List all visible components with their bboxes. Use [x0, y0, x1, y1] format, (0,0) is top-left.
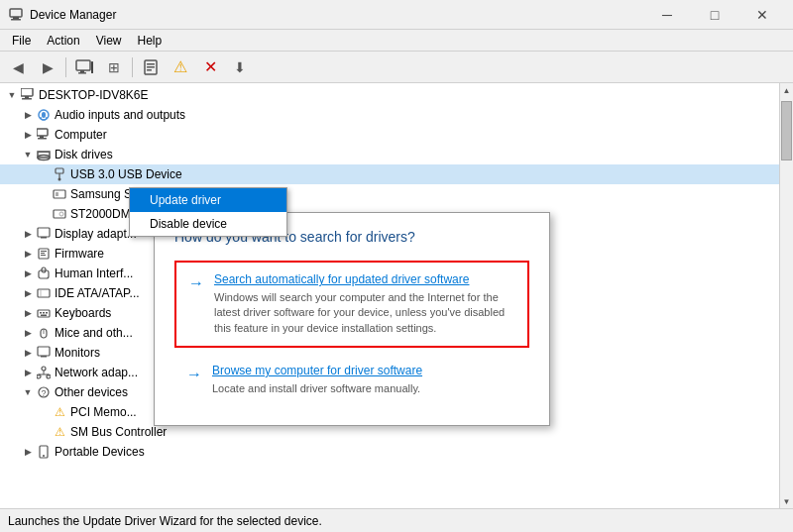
portable-label: Portable Devices [55, 445, 145, 459]
svg-rect-25 [54, 190, 65, 198]
firmware-label: Firmware [55, 247, 104, 261]
expand-ide[interactable]: ▶ [20, 285, 36, 301]
hid-icon [36, 266, 52, 281]
svg-point-24 [58, 178, 61, 181]
download-button[interactable]: ⬇ [226, 54, 254, 80]
disks-label: Disk drives [55, 148, 113, 161]
status-text: Launches the Update Driver Wizard for th… [8, 514, 322, 528]
tree-item-disks[interactable]: ▼ Disk drives [0, 145, 779, 164]
network-label: Network adap... [55, 366, 138, 379]
tree-item-usb[interactable]: USB 3.0 USB Device [0, 164, 779, 184]
svg-point-48 [42, 367, 46, 371]
properties-button[interactable] [137, 54, 165, 80]
svg-rect-21 [38, 152, 50, 153]
menu-file[interactable]: File [4, 32, 39, 50]
svg-rect-37 [38, 289, 50, 297]
expand-portable[interactable]: ▶ [20, 444, 36, 460]
context-menu: Update driver Disable device [129, 187, 287, 237]
tree-item-audio[interactable]: ▶ Audio inputs and outputs [0, 105, 779, 125]
computer-sm-icon [36, 127, 52, 143]
tree-item-computer[interactable]: ▶ Computer [0, 125, 779, 145]
svg-rect-32 [41, 251, 47, 252]
scrollbar: ▲ ▼ [779, 83, 793, 508]
svg-rect-35 [39, 270, 49, 278]
expand-mice[interactable]: ▶ [20, 325, 36, 341]
auto-search-option[interactable]: → Search automatically for updated drive… [174, 261, 529, 348]
close-button[interactable]: ✕ [739, 0, 785, 30]
computer-button[interactable] [70, 54, 98, 80]
computer-label: Computer [55, 128, 107, 142]
maximize-button[interactable]: □ [692, 0, 737, 30]
hid-label: Human Interf... [55, 266, 133, 280]
expand-hid[interactable]: ▶ [20, 266, 36, 281]
device-tree[interactable]: ▼ DESKTOP-IDV8K6E ▶ Audio inputs and out… [0, 83, 779, 508]
svg-rect-1 [13, 17, 19, 19]
expand-other[interactable]: ▼ [20, 384, 36, 400]
expand-disks[interactable]: ▼ [20, 147, 36, 162]
svg-point-28 [59, 212, 63, 216]
status-bar: Launches the Update Driver Wizard for th… [0, 508, 793, 532]
svg-rect-47 [41, 356, 47, 358]
svg-rect-9 [147, 66, 155, 68]
expand-monitors[interactable]: ▶ [20, 345, 36, 361]
svg-rect-46 [38, 347, 50, 356]
mouse-icon [36, 325, 52, 341]
back-button[interactable]: ◀ [4, 54, 32, 80]
menu-view[interactable]: View [88, 32, 130, 50]
expand-keyboards[interactable]: ▶ [20, 305, 36, 321]
scroll-thumb[interactable] [781, 101, 792, 160]
display-icon [36, 226, 52, 242]
window-controls: ─ □ ✕ [644, 0, 785, 30]
expand-computer[interactable]: ▶ [20, 127, 36, 143]
menu-bar: File Action View Help [0, 30, 793, 52]
scroll-down[interactable]: ▼ [780, 494, 793, 508]
ide-label: IDE ATA/ATAP... [55, 286, 140, 300]
minimize-button[interactable]: ─ [644, 0, 690, 30]
menu-help[interactable]: Help [130, 32, 170, 50]
svg-rect-5 [78, 72, 86, 74]
svg-rect-34 [41, 255, 46, 256]
expand-root[interactable]: ▼ [4, 87, 20, 103]
context-menu-update[interactable]: Update driver [130, 188, 286, 212]
pci-label: PCI Memo... [70, 405, 137, 419]
svg-rect-17 [40, 136, 44, 138]
grid-button[interactable]: ⊞ [100, 54, 128, 80]
keyboard-icon [36, 305, 52, 321]
svg-rect-15 [42, 112, 46, 118]
svg-rect-16 [37, 129, 48, 136]
usb-label: USB 3.0 USB Device [70, 167, 182, 181]
warning-button[interactable]: ⚠ [167, 54, 194, 80]
usb-icon [52, 166, 67, 182]
svg-rect-30 [41, 237, 47, 239]
expand-network[interactable]: ▶ [20, 365, 36, 380]
svg-rect-33 [41, 253, 45, 254]
menu-action[interactable]: Action [39, 32, 87, 50]
smbus-warning-icon: ⚠ [52, 424, 67, 440]
expand-firmware[interactable]: ▶ [20, 246, 36, 262]
title-bar: Device Manager ─ □ ✕ [0, 0, 793, 30]
network-icon [36, 365, 52, 380]
svg-rect-11 [21, 88, 33, 96]
scroll-up[interactable]: ▲ [780, 83, 793, 97]
svg-rect-22 [56, 168, 63, 173]
expand-audio[interactable]: ▶ [20, 107, 36, 123]
forward-button[interactable]: ▶ [34, 54, 61, 80]
main-content: ▼ DESKTOP-IDV8K6E ▶ Audio inputs and out… [0, 83, 793, 508]
tree-item-portable[interactable]: ▶ Portable Devices [0, 442, 779, 462]
browse-desc: Locate and install driver software manua… [212, 381, 422, 396]
browse-option[interactable]: → Browse my computer for driver software… [174, 356, 529, 404]
computer-icon [20, 87, 36, 103]
app-icon [8, 7, 24, 23]
tree-root[interactable]: ▼ DESKTOP-IDV8K6E [0, 85, 779, 105]
pci-warning-icon: ⚠ [52, 404, 67, 420]
svg-rect-29 [38, 228, 50, 237]
svg-rect-40 [40, 312, 42, 314]
browse-title: Browse my computer for driver software [212, 364, 422, 377]
display-label: Display adapt... [55, 227, 137, 241]
remove-button[interactable]: ✕ [196, 54, 224, 80]
tree-item-samsung[interactable]: Samsung SSD 860 EV... [0, 184, 779, 204]
svg-text:?: ? [41, 388, 46, 398]
smbus-label: SM Bus Controller [70, 425, 167, 439]
expand-display[interactable]: ▶ [20, 226, 36, 242]
context-menu-disable[interactable]: Disable device [130, 212, 286, 236]
